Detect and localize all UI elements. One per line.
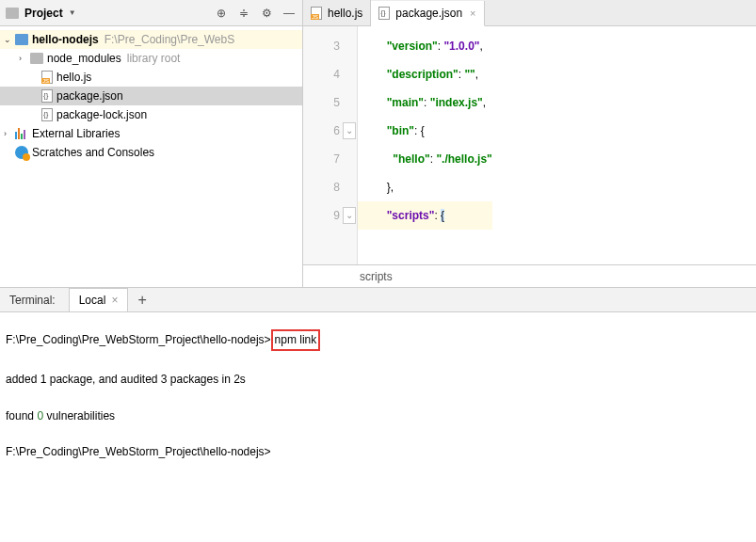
- tab-package-json[interactable]: package.json ×: [371, 1, 484, 26]
- project-icon: [6, 8, 19, 19]
- line-number: 5: [303, 88, 357, 117]
- fold-icon[interactable]: ⌄: [343, 207, 356, 224]
- folder-icon: [30, 53, 43, 64]
- terminal-line: F:\Pre_Coding\Pre_WebStorm_Project\hello…: [6, 444, 750, 460]
- tree-scratches[interactable]: Scratches and Consoles: [0, 143, 302, 162]
- sidebar-title[interactable]: Project ▼: [6, 7, 214, 20]
- tree-root[interactable]: ⌄ hello-nodejs F:\Pre_Coding\Pre_WebS: [0, 30, 302, 49]
- close-icon[interactable]: ×: [470, 8, 475, 19]
- editor-tabs: hello.js package.json ×: [303, 0, 756, 26]
- terminal-tab-label: Local: [79, 294, 106, 307]
- line-number: 8: [303, 173, 357, 201]
- json-file-icon: [378, 7, 390, 20]
- hello-js-name: hello.js: [56, 71, 91, 84]
- tree-package-lock[interactable]: package-lock.json: [0, 105, 302, 124]
- terminal-tab-local[interactable]: Local ×: [69, 288, 129, 311]
- package-lock-name: package-lock.json: [56, 108, 147, 121]
- add-terminal-button[interactable]: +: [128, 292, 155, 309]
- terminal-output[interactable]: F:\Pre_Coding\Pre_WebStorm_Project\hello…: [0, 312, 756, 542]
- node-modules-hint: library root: [127, 52, 181, 65]
- line-number: 3: [303, 32, 357, 60]
- chevron-down-icon: ⌄: [4, 35, 13, 44]
- line-number: 9⌄: [303, 201, 357, 230]
- terminal-title: Terminal:: [0, 294, 65, 307]
- gear-icon[interactable]: ⚙: [259, 6, 274, 21]
- json-file-icon: [41, 108, 53, 121]
- line-number: 4: [303, 60, 357, 88]
- terminal-line: F:\Pre_Coding\Pre_WebStorm_Project\hello…: [6, 329, 750, 351]
- package-json-name: package.json: [56, 89, 123, 103]
- line-gutter: 3 4 5 6⌄ 7 8 9⌄: [303, 26, 358, 264]
- close-icon[interactable]: ×: [111, 294, 118, 307]
- dropdown-icon: ▼: [69, 8, 76, 17]
- line-number: 6⌄: [303, 117, 357, 145]
- editor-pane: hello.js package.json × 3 4 5 6⌄ 7 8 9⌄ …: [303, 0, 756, 287]
- tab-label: package.json: [395, 7, 462, 20]
- terminal-panel: Terminal: Local × + F:\Pre_Coding\Pre_We…: [0, 288, 756, 542]
- breadcrumb[interactable]: scripts: [303, 264, 756, 287]
- breadcrumb-item: scripts: [360, 270, 393, 283]
- scratches-name: Scratches and Consoles: [32, 146, 154, 159]
- sidebar-header: Project ▼ ⊕ ≑ ⚙ —: [0, 0, 302, 26]
- chevron-right-icon: ›: [4, 129, 13, 138]
- minimize-icon[interactable]: —: [281, 6, 297, 21]
- node-modules-name: node_modules: [47, 52, 121, 65]
- root-path: F:\Pre_Coding\Pre_WebS: [105, 33, 235, 46]
- root-name: hello-nodejs: [32, 33, 99, 46]
- chevron-right-icon: ›: [19, 54, 28, 63]
- terminal-header: Terminal: Local × +: [0, 288, 756, 312]
- terminal-line: added 1 package, and audited 3 packages …: [6, 372, 750, 388]
- project-tree: ⌄ hello-nodejs F:\Pre_Coding\Pre_WebS › …: [0, 26, 302, 166]
- tree-node-modules[interactable]: › node_modules library root: [0, 49, 302, 68]
- project-sidebar: Project ▼ ⊕ ≑ ⚙ — ⌄ hello-nodejs F:\Pre_…: [0, 0, 303, 287]
- tree-external-libraries[interactable]: › External Libraries: [0, 124, 302, 143]
- tab-label: hello.js: [328, 7, 362, 20]
- tree-package-json[interactable]: package.json: [0, 87, 302, 105]
- code-content: "version": "1.0.0", "description": "", "…: [358, 26, 492, 264]
- highlighted-command: npm link: [271, 329, 321, 351]
- folder-icon: [15, 34, 28, 45]
- js-file-icon: [311, 7, 322, 20]
- js-file-icon: [41, 71, 53, 84]
- sidebar-title-text: Project: [24, 7, 63, 20]
- ext-lib-name: External Libraries: [32, 127, 120, 140]
- target-icon[interactable]: ⊕: [214, 6, 229, 21]
- code-editor[interactable]: 3 4 5 6⌄ 7 8 9⌄ "version": "1.0.0", "des…: [303, 26, 756, 264]
- fold-icon[interactable]: ⌄: [343, 122, 356, 139]
- scratches-icon: [15, 146, 28, 159]
- json-file-icon: [41, 89, 53, 103]
- tree-hello-js[interactable]: hello.js: [0, 68, 302, 87]
- terminal-line: found 0 vulnerabilities: [6, 408, 750, 424]
- tab-hello-js[interactable]: hello.js: [303, 0, 371, 25]
- line-number: 7: [303, 145, 357, 173]
- library-icon: [15, 128, 28, 139]
- expand-icon[interactable]: ≑: [236, 6, 251, 21]
